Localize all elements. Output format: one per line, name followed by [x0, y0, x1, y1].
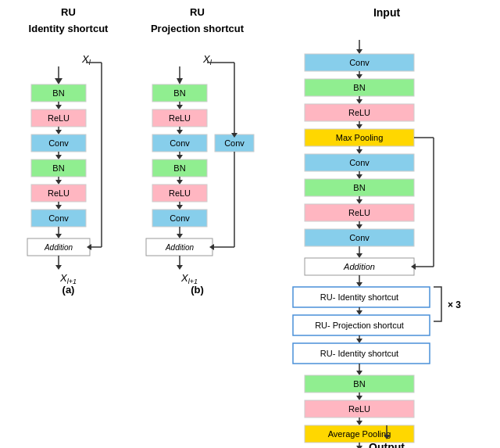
panel-b-shortcut-conv-label: Conv [224, 138, 245, 148]
panel-c-ah9 [356, 282, 362, 287]
panel-a-label-bn1: BN [52, 88, 64, 98]
main-layout: RU Identity shortcut Xl BN ReLU Conv [0, 0, 500, 448]
panel-c-ah8 [356, 253, 362, 258]
panel-c-output-arrow [379, 425, 395, 441]
panel-a-label-conv1: Conv [48, 138, 69, 148]
panel-c-ru-identity2-label: RU- Identity shortcut [320, 349, 398, 358]
panel-c-ah14 [356, 421, 362, 425]
panel-c-label-top-relu1: ReLU [348, 108, 370, 117]
panel-c-ru-identity1-label: RU- Identity shortcut [320, 292, 398, 302]
panel-b-ah3 [177, 155, 183, 159]
panel-a-addition-label: Addition [44, 243, 73, 252]
panel-c-ah10 [356, 310, 362, 315]
panel-a-label-conv2: Conv [48, 213, 69, 223]
panel-c-ah5 [356, 174, 362, 179]
panel-c-ah4 [356, 149, 362, 154]
panel-a-ah1 [55, 105, 62, 109]
panel-b-label-relu2: ReLU [169, 188, 191, 198]
panel-b-label-conv2: Conv [170, 213, 190, 223]
panel-c-label-top-conv1: Conv [349, 58, 370, 67]
panel-a-label-bn2: BN [52, 163, 64, 173]
panel-a-ah4 [55, 180, 62, 185]
panel-a-ah2 [55, 130, 62, 134]
panel-c-label-top-bn2: BN [353, 183, 365, 192]
panel-b-ah5 [177, 205, 183, 210]
panel-a-label-relu2: ReLU [48, 188, 70, 198]
panel-c-ah11 [356, 339, 362, 343]
panel-c-label-bot-relu: ReLU [348, 404, 370, 414]
panel-c-ah7 [356, 224, 362, 229]
panel-b-label-bn1: BN [173, 88, 185, 98]
panel-c-ah6 [356, 199, 362, 204]
panel-a-x-top: Xl [81, 53, 91, 66]
panel-c-svg: Conv BN ReLU Max Pooling Conv [281, 20, 492, 448]
panel-b-ah4 [177, 180, 183, 185]
panel-c-label-top-bn1: BN [353, 83, 365, 92]
panel-b: RU Projection shortcut Xl BN ReLU Conv [129, 0, 266, 296]
panel-c-addition-label: Addition [343, 262, 375, 271]
panel-c-ah12 [356, 371, 362, 375]
panel-c-label-bot-bn: BN [353, 379, 365, 389]
panel-c-label-top-conv2: Conv [349, 158, 370, 167]
panel-b-label-conv1: Conv [170, 138, 190, 148]
panel-c-x3-label: × 3 [448, 299, 461, 310]
panel-a-title-line2: Identity shortcut [12, 23, 125, 36]
panel-c-input-label: Input [281, 6, 492, 19]
svg-marker-1 [384, 435, 390, 439]
panel-a-ah3 [55, 155, 62, 159]
panel-b-ah7 [177, 265, 183, 270]
panel-c-ah3 [356, 124, 362, 129]
panel-c-label-maxpool: Max Pooling [336, 133, 384, 142]
panel-b-title-line1: RU [129, 6, 266, 20]
panel-b-svg: Xl BN ReLU Conv BN ReL [129, 39, 266, 360]
panel-c-ru-proj-label: RU- Projection shortcut [315, 321, 404, 330]
panel-c-output-label: Output [369, 441, 405, 448]
panel-c-brace [434, 287, 441, 321]
panel-b-label-relu1: ReLU [169, 113, 191, 123]
panel-b-x-top: Xl [202, 53, 212, 66]
panel-a-ah5 [55, 205, 62, 210]
panel-a: RU Identity shortcut Xl BN ReLU Conv [12, 0, 125, 296]
panel-a-ah6 [55, 234, 62, 238]
panel-a-arrowhead-top [55, 78, 62, 84]
panel-c-ah13 [356, 396, 362, 400]
panel-c: Input Conv BN ReLU Max Pooling [281, 0, 492, 448]
panel-a-svg: Xl BN ReLU Conv BN [12, 39, 125, 360]
panel-c-label-top-conv3: Conv [349, 233, 370, 242]
panel-b-title-line2: Projection shortcut [129, 23, 266, 36]
panel-b-label-bn2: BN [173, 163, 185, 173]
panel-c-ah-input [356, 49, 362, 54]
panel-b-arrowhead-top [177, 78, 183, 84]
panel-b-ah6 [177, 234, 183, 238]
panel-c-label-top-relu2: ReLU [348, 208, 370, 217]
panel-c-ah1 [356, 74, 362, 79]
panel-a-ah7 [55, 265, 62, 270]
panel-b-ah2 [177, 130, 183, 134]
panel-b-ah1 [177, 105, 183, 109]
panel-c-ah2 [356, 99, 362, 104]
panel-b-addition-label: Addition [165, 243, 195, 252]
panel-a-label-relu1: ReLU [48, 113, 70, 123]
panel-a-title-line1: RU [12, 6, 125, 20]
